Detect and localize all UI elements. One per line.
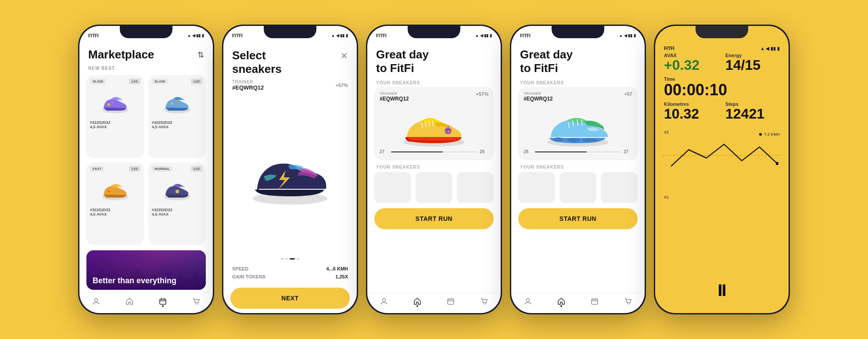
nav-calendar[interactable] — [158, 296, 168, 306]
nav-home-4[interactable] — [556, 296, 566, 306]
sneaker-grid: SLOW LV2 — [79, 72, 213, 248]
nav-calendar-4[interactable] — [590, 296, 599, 306]
filter-icon[interactable]: ⇅ — [197, 50, 204, 60]
sneaker-img-1 — [90, 88, 140, 119]
nav-profile-3[interactable] — [379, 296, 389, 306]
pause-button[interactable]: ⏸ — [714, 281, 730, 300]
nav-profile[interactable] — [91, 296, 101, 306]
dot-3 — [290, 258, 295, 260]
big-shoe-area — [223, 92, 357, 256]
promo-card[interactable]: Better than everything — [86, 250, 206, 290]
stats-grid: AVAX +0.32 Energy 14/15 Time 00:00:10 Ki… — [664, 53, 780, 122]
svg-point-47 — [627, 303, 628, 304]
svg-point-4 — [171, 103, 172, 105]
nav-calendar-3[interactable] — [446, 296, 456, 306]
sneaker-img-4 — [152, 175, 202, 206]
sneaker-img-2 — [152, 88, 202, 119]
time-value: 00:00:10 — [664, 82, 780, 98]
close-button[interactable]: ✕ — [341, 50, 348, 61]
svg-point-36 — [567, 138, 580, 142]
kilometres-value: 10.32 — [664, 107, 718, 122]
bottom-nav-3 — [367, 292, 501, 313]
status-icons-2: ▲ ◀ ▮▮ ▮ — [331, 33, 348, 38]
nav-home[interactable] — [125, 296, 134, 306]
select-title: Selectsneakers — [232, 49, 282, 76]
chart-kmh-label: 7.2 KMH — [759, 132, 780, 137]
next-button[interactable]: NEXT — [230, 288, 350, 309]
gain-tokens-label: GAIN TOKENS — [232, 274, 265, 279]
dot-1 — [281, 258, 283, 260]
svg-point-48 — [629, 303, 630, 304]
showcase-shoe-1: ★ — [380, 104, 488, 148]
start-run-button-1[interactable]: START RUN — [374, 208, 494, 229]
showcase-trainer-label-1: TRAINER — [380, 91, 409, 96]
sneaker-showcase-1: TRAINER #EQWRQ12 +57% — [374, 87, 494, 160]
slider-track-1[interactable] — [391, 151, 477, 152]
sneaker-img-3 — [90, 175, 140, 206]
phone-running-stats: FITFI ▲ ◀ ▮▮ ▮ AVAX +0.32 Energy 14/15 T… — [654, 25, 790, 314]
badge-lv-1: LV2 — [129, 79, 140, 84]
svg-point-42 — [527, 299, 530, 302]
slider-fill-1 — [391, 151, 443, 152]
speed-row: SPEED 4...6 KMH — [232, 265, 348, 273]
bottom-nav-4 — [511, 292, 645, 313]
sneaker-info-4: #32252D32 4,5 AVAX — [152, 208, 202, 216]
svg-point-32 — [483, 303, 484, 304]
brand-1: FITFI — [88, 33, 99, 38]
start-run-button-2[interactable]: START RUN — [518, 208, 638, 229]
svg-point-9 — [176, 190, 179, 193]
sneaker-info-1: #32252D32 4,5 AVAX — [90, 120, 140, 129]
badge-lv-3: LV2 — [129, 166, 140, 172]
svg-point-1 — [108, 103, 110, 106]
phone-great-day-2: FITFI ▲ ◀ ▮▮ ▮ Great dayto FitFi YOUR SN… — [510, 25, 646, 314]
slider-row-2: 28 27 — [524, 148, 632, 156]
sneaker-card-3[interactable]: FAST LV2 — [86, 162, 144, 245]
energy-block: Energy 14/15 — [725, 53, 780, 73]
sneaker-card-4[interactable]: NORMAL LV2 — [148, 162, 206, 245]
your-sneakers-label2-1: YOUR SNEAKERS — [367, 160, 501, 172]
nav-cart-4[interactable] — [623, 296, 633, 306]
svg-point-7 — [108, 191, 110, 192]
stats-section: SPEED 4...6 KMH GAIN TOKENS 1,25X — [223, 263, 357, 284]
svg-rect-43 — [592, 299, 598, 304]
status-icons-5: ▲ ◀ ▮▮ ▮ — [760, 46, 780, 51]
brand-2: FITFI — [232, 33, 243, 38]
slider-min-1: 27 — [380, 149, 388, 154]
bottom-nav-1 — [79, 292, 213, 313]
badge-fast: FAST — [90, 166, 104, 172]
nav-cart[interactable] — [191, 296, 201, 306]
nav-cart-3[interactable] — [479, 296, 489, 306]
badge-normal: NORMAL — [152, 166, 172, 172]
gain-tokens-value: 1,25X — [335, 274, 348, 279]
svg-point-37 — [582, 138, 598, 142]
sneaker-card-1[interactable]: SLOW LV2 — [86, 75, 144, 158]
showcase-trainer-label-2: TRAINER — [524, 91, 553, 96]
dot-2 — [285, 258, 288, 260]
slider-fill-2 — [535, 151, 587, 152]
sneaker-info-3: #32252D32 4,5 AVAX — [90, 208, 140, 216]
running-screen: FITFI ▲ ◀ ▮▮ ▮ AVAX +0.32 Energy 14/15 T… — [655, 26, 789, 313]
nav-home-3[interactable] — [412, 296, 422, 306]
empty-slot-1a — [374, 172, 411, 203]
showcase-trainer-id-1: #EQWRQ12 — [380, 96, 409, 102]
slider-max-2: 27 — [624, 149, 632, 154]
status-icons-4: ▲ ◀ ▮▮ ▮ — [619, 33, 636, 38]
chart-x2-label: X2 — [664, 130, 669, 134]
empty-slots-2 — [511, 172, 645, 203]
empty-slots-1 — [367, 172, 501, 203]
your-sneakers-label2-2: YOUR SNEAKERS — [511, 160, 645, 172]
nav-profile-4[interactable] — [523, 296, 533, 306]
boost-badge-2: +57% — [336, 83, 348, 88]
great-day-header-1: Great dayto FitFi — [367, 43, 501, 78]
slider-track-2[interactable] — [535, 151, 621, 152]
svg-point-16 — [197, 303, 198, 304]
phone-marketplace: FITFI ▲ ◀ ▮▮ ▮ Marketplace ⇅ NEW BEST SL… — [78, 25, 214, 314]
pause-btn-area: ⏸ — [664, 277, 780, 309]
svg-rect-11 — [160, 299, 166, 304]
empty-slot-1b — [416, 172, 452, 203]
gain-tokens-row: GAIN TOKENS 1,25X — [232, 273, 348, 281]
badge-lv-2: LV2 — [191, 79, 202, 84]
sneaker-card-2[interactable]: SLOW LV2 — [148, 75, 206, 158]
notch-3 — [408, 26, 460, 38]
sneaker-showcase-2: TRAINER #EQWRQ12 +57 — [518, 87, 638, 160]
